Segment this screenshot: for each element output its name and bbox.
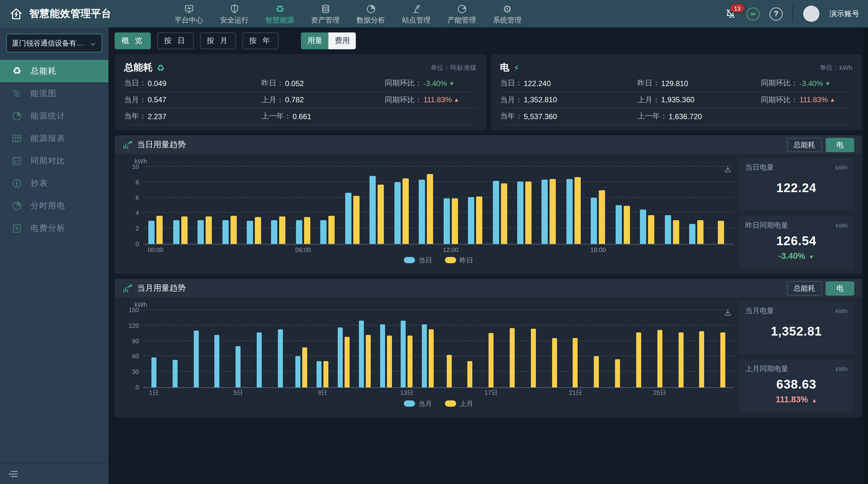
bar-上月 (636, 332, 641, 387)
stat-cell-label: 同期环比： (761, 78, 798, 89)
y-tick-label: 10 (132, 163, 139, 170)
bar-group (365, 167, 389, 244)
sidebar-item-5[interactable]: 抄表 (0, 172, 108, 195)
panel-body: kWh03060901201501日5日9日13日17日21日25日当月上月当月… (115, 297, 862, 417)
bar-group (242, 167, 267, 244)
bar-上月 (531, 329, 536, 387)
panel-buttons: 总能耗电 (787, 138, 854, 152)
bar-当日 (296, 220, 302, 244)
bar-group (565, 310, 586, 387)
x-tick-label: 06:00 (291, 246, 315, 253)
topnav-item-5[interactable]: 站点管理 (402, 4, 431, 25)
metric-toggle-1[interactable]: 费用 (329, 32, 356, 49)
help-icon[interactable]: ? (770, 7, 783, 20)
bar-当日 (320, 220, 327, 244)
bar-上月 (386, 335, 392, 387)
bar-昨日 (427, 174, 433, 244)
bar-当日 (443, 198, 450, 244)
bar-昨日 (501, 183, 507, 244)
legend-swatch (444, 400, 456, 407)
topnav-item-6[interactable]: 产能管理 (447, 4, 476, 25)
company-select[interactable]: 厦门锐谷通信设备有限公司 (6, 34, 102, 52)
sidebar-item-7[interactable]: 电费分析 (0, 217, 108, 239)
topbar-divider (793, 6, 793, 22)
legend-item[interactable]: 上月 (444, 399, 473, 408)
recycle-icon: ♻ (11, 65, 23, 77)
chart-daily: kWh024681000:0006:0012:0018:00当日昨日 (122, 158, 734, 269)
notifications-bell-icon[interactable]: 13 (724, 7, 737, 20)
bar-group (291, 310, 312, 387)
period-tab-1[interactable]: 按 日 (157, 32, 194, 49)
stat-cell-value: 0.547 (148, 96, 166, 105)
account-name[interactable]: 演示账号 (829, 8, 859, 19)
stat-cell-label: 上一年： (638, 111, 668, 122)
stat-cell-label: 当年： (124, 111, 147, 122)
panel-daily-btn-1[interactable]: 电 (826, 138, 854, 152)
summary-box-label: 当日电量 (745, 163, 774, 172)
period-tab-2[interactable]: 按 月 (200, 32, 236, 49)
sidebar-item-2[interactable]: 能源统计 (0, 105, 108, 127)
period-tab-3[interactable]: 按 年 (242, 32, 279, 49)
topnav-item-3[interactable]: 资产管理 (311, 4, 340, 25)
bar-当月 (380, 324, 385, 387)
sidebar-item-0[interactable]: ♻总能耗 (0, 60, 108, 82)
panel-monthly-btn-0[interactable]: 总能耗 (787, 281, 822, 295)
y-axis-name: kWh (134, 301, 734, 310)
sidebar-item-4[interactable]: 同期对比 (0, 150, 108, 172)
bar-group (164, 310, 186, 387)
bar-昨日 (156, 216, 163, 244)
collapse-sidebar-icon[interactable] (7, 468, 19, 479)
stat-card-unit: 单位：吨标准煤 (431, 63, 476, 72)
panel-monthly-btn-1[interactable]: 电 (826, 281, 854, 295)
topnav-item-label: 系统管理 (493, 16, 522, 25)
period-tabs: 概 览按 日按 月按 年 (115, 32, 285, 49)
bar-group (389, 167, 414, 244)
bar-当日 (247, 221, 253, 244)
sidebar-item-3[interactable]: 能源报表 (0, 127, 108, 150)
panel-title: 当月用量趋势 (137, 283, 186, 294)
topnav-item-4[interactable]: 数据分析 (356, 4, 385, 25)
stat-cell: 上一年：1,636.720 (638, 111, 761, 122)
bar-group (354, 310, 375, 387)
topnav-item-7[interactable]: ⚙系统管理 (493, 4, 522, 25)
bar-昨日 (255, 217, 261, 244)
sidebar-item-1[interactable]: 能流图 (0, 82, 108, 105)
stat-row-0: 当日：122.240昨日：129.810同期环比：-3.40%▼ (500, 76, 852, 92)
bar-当月 (257, 332, 262, 387)
bar-当日 (395, 182, 401, 244)
stat-cell-value: 0.661 (292, 112, 311, 121)
y-tick-label: 4 (135, 209, 139, 217)
bar-当日 (640, 210, 647, 244)
sidebar-menu: ♻总能耗能流图能源统计能源报表同期对比抄表分时用电电费分析 (0, 60, 108, 239)
bar-group (709, 167, 734, 244)
sidebar-item-6[interactable]: 分时用电 (0, 195, 108, 217)
trend-down-icon: ▼ (807, 254, 814, 260)
topnav-item-0[interactable]: 平台中心 (175, 4, 203, 25)
plot-area: 0246810 (143, 167, 734, 245)
legend-item[interactable]: 当日 (403, 255, 432, 265)
x-tick-label: 1日 (143, 389, 164, 397)
summary-box-value: 122.24 (745, 181, 847, 195)
avatar[interactable] (803, 6, 819, 22)
stat-card-unit: 单位：kWh (820, 63, 852, 72)
stat-cell-label: 当月： (124, 95, 147, 106)
period-tab-0[interactable]: 概 览 (115, 32, 151, 49)
stat-cell-label: 当月： (500, 95, 523, 106)
panel-daily-btn-0[interactable]: 总能耗 (787, 138, 822, 152)
metric-toggle-0[interactable]: 用量 (301, 32, 329, 49)
bar-group (438, 310, 460, 387)
chart-monthly: kWh03060901201501日5日9日13日17日21日25日当月上月 (122, 301, 734, 412)
topnav-item-1[interactable]: 安全运行 (220, 4, 249, 25)
scrollbar-track[interactable] (864, 27, 868, 484)
legend-label: 当日 (418, 255, 432, 265)
bar-group (544, 310, 565, 387)
stat-cell: 当月：0.547 (124, 95, 261, 106)
health-status-icon[interactable]: ∞ (746, 7, 760, 20)
legend-item[interactable]: 当月 (403, 399, 432, 408)
bar-当日 (419, 180, 425, 244)
topnav-item-2[interactable]: ♻智慧能源 (266, 4, 294, 25)
legend-item[interactable]: 昨日 (444, 255, 473, 265)
x-tick-label: 9日 (312, 389, 333, 397)
bar-group (312, 310, 333, 387)
bar-当日 (591, 198, 597, 244)
